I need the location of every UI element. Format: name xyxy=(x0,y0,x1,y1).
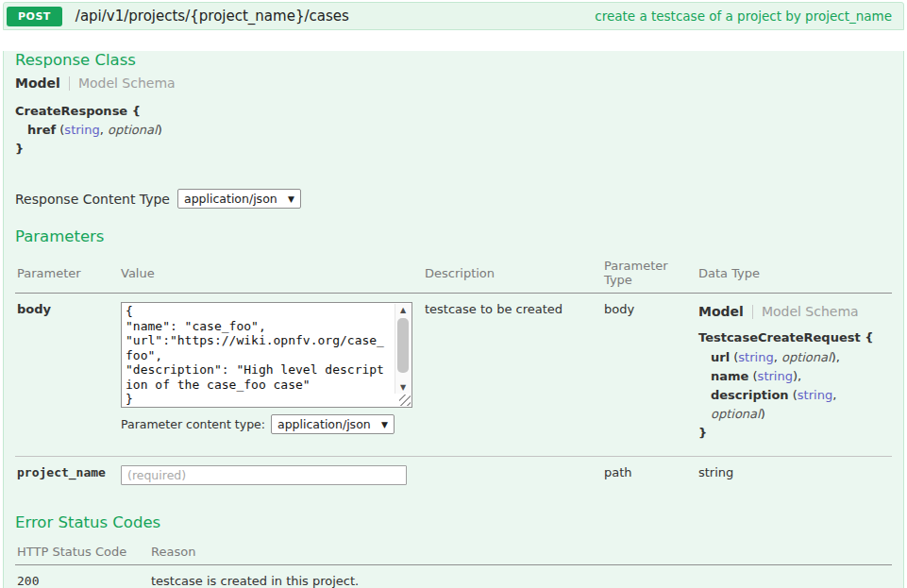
param-type-project-name: path xyxy=(602,457,697,496)
body-data-type: Model Model Schema TestcaseCreateRequest… xyxy=(698,304,886,443)
textarea-scrollbar[interactable]: ▲ ▼ xyxy=(395,304,411,394)
col-parameter-type: Parameter Type xyxy=(602,252,697,294)
param-row-body: body { "name": "case_foo", "url":"https:… xyxy=(15,294,892,457)
parameter-content-type-select-wrap: application/json ▼ xyxy=(271,414,395,434)
model-signature-open: TestcaseCreateRequest { xyxy=(698,328,886,347)
status-code: 200 xyxy=(15,565,149,588)
tab-separator xyxy=(69,76,70,91)
body-json-text[interactable]: { "name": "case_foo", "url":"https://wik… xyxy=(126,304,391,405)
model-property-href: href (string, optional) xyxy=(27,121,892,140)
post-operation-block: POST /api/v1/projects/{project_name}/cas… xyxy=(3,2,904,588)
parameters-header-row: Parameter Value Description Parameter Ty… xyxy=(15,252,892,294)
response-model-tabs: Model Model Schema xyxy=(15,76,892,91)
model-property-description: description (string, optional) xyxy=(711,386,886,424)
request-model-signature: TestcaseCreateRequest { url (string, opt… xyxy=(698,328,886,443)
operation-summary-link[interactable]: create a testcase of a project by projec… xyxy=(595,8,892,24)
model-signature-close: } xyxy=(15,140,892,159)
resize-grip-icon[interactable] xyxy=(399,395,411,406)
error-status-codes-title: Error Status Codes xyxy=(15,513,892,531)
param-name-body: body xyxy=(17,302,51,316)
endpoint-path-link[interactable]: /api/v1/projects/{project_name}/cases xyxy=(76,8,349,25)
col-data-type: Data Type xyxy=(697,252,892,294)
col-http-status-code: HTTP Status Code xyxy=(15,538,149,565)
col-reason: Reason xyxy=(149,538,892,565)
body-model-tabs: Model Model Schema xyxy=(698,304,886,319)
model-property-name: name (string), xyxy=(711,367,886,386)
param-data-type-project-name: string xyxy=(697,457,892,496)
model-property-url: url (string, optional), xyxy=(711,348,886,367)
scroll-down-icon[interactable]: ▼ xyxy=(395,381,411,394)
response-content-type-label: Response Content Type xyxy=(15,192,170,207)
parameters-title: Parameters xyxy=(15,227,892,245)
response-content-type-row: Response Content Type application/json ▼ xyxy=(15,189,892,209)
parameters-table: Parameter Value Description Parameter Ty… xyxy=(15,252,892,495)
swagger-operation-page: POST /api/v1/projects/{project_name}/cas… xyxy=(0,0,907,588)
scrollbar-thumb[interactable] xyxy=(397,318,409,373)
parameter-content-type-select[interactable]: application/json xyxy=(271,414,395,434)
param-name-project-name: project_name xyxy=(17,465,106,479)
scroll-up-icon[interactable]: ▲ xyxy=(395,304,411,316)
error-status-codes-table: HTTP Status Code Reason 200 testcase is … xyxy=(15,538,892,588)
response-content-type-select[interactable]: application/json xyxy=(177,189,301,209)
param-description-project-name xyxy=(423,457,602,496)
param-description-body: testcase to be created xyxy=(423,294,602,457)
response-model-signature: CreateResponse { href (string, optional)… xyxy=(15,102,892,159)
model-signature-close: } xyxy=(698,424,886,443)
error-header-row: HTTP Status Code Reason xyxy=(15,538,892,565)
project-name-input[interactable] xyxy=(121,465,407,485)
status-reason: testcase is created in this project. xyxy=(149,565,892,588)
response-class-title: Response Class xyxy=(15,51,892,69)
tab-model-schema[interactable]: Model Schema xyxy=(762,304,859,319)
operation-content: Response Class Model Model Schema Create… xyxy=(3,51,904,588)
parameter-content-type-row: Parameter content type: application/json… xyxy=(121,414,417,434)
error-row-200: 200 testcase is created in this project. xyxy=(15,565,892,588)
model-signature-open: CreateResponse { xyxy=(15,102,892,121)
tab-model-schema[interactable]: Model Schema xyxy=(78,76,176,91)
param-type-body: body xyxy=(602,294,697,457)
tab-separator xyxy=(752,305,753,319)
col-value: Value xyxy=(119,252,423,294)
tab-model[interactable]: Model xyxy=(698,304,744,319)
http-method-badge[interactable]: POST xyxy=(7,7,62,26)
col-description: Description xyxy=(423,252,602,294)
parameter-content-type-label: Parameter content type: xyxy=(121,417,265,431)
param-row-project-name: project_name path string xyxy=(15,457,892,496)
response-content-type-select-wrap: application/json ▼ xyxy=(177,189,301,209)
col-parameter: Parameter xyxy=(15,252,119,294)
operation-heading-bar: POST /api/v1/projects/{project_name}/cas… xyxy=(3,2,904,30)
tab-model[interactable]: Model xyxy=(15,76,60,91)
body-json-textarea[interactable]: { "name": "case_foo", "url":"https://wik… xyxy=(121,302,412,408)
